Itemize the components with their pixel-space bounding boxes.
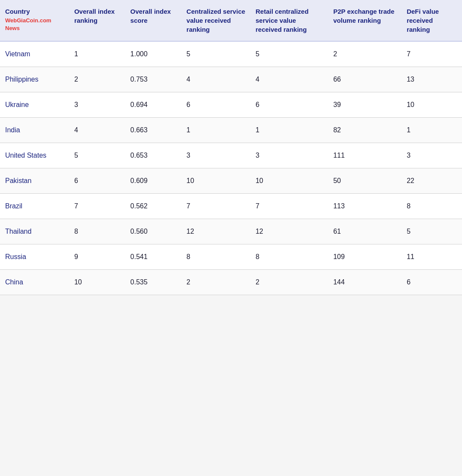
cell-rank: 2 bbox=[69, 67, 125, 92]
header-country-label: Country bbox=[5, 8, 30, 15]
cell-rank: 5 bbox=[69, 143, 125, 168]
cell-country: Vietnam bbox=[0, 41, 69, 67]
header-retail: Retail centralized service value receive… bbox=[250, 0, 328, 41]
cell-rank: 6 bbox=[69, 168, 125, 194]
cell-defi: 5 bbox=[401, 219, 462, 244]
header-country: Country WebGiaCoin.com News bbox=[0, 0, 69, 41]
cell-score: 0.562 bbox=[125, 194, 182, 219]
cell-retail: 10 bbox=[250, 168, 328, 194]
cell-country: Ukraine bbox=[0, 92, 69, 118]
cell-retail: 12 bbox=[250, 219, 328, 244]
header-centralized: Centralized service value received ranki… bbox=[181, 0, 250, 41]
table-row: Pakistan60.60910105022 bbox=[0, 168, 462, 194]
table-row: Thailand80.5601212615 bbox=[0, 219, 462, 244]
cell-country: Russia bbox=[0, 244, 69, 270]
cell-centralized: 6 bbox=[181, 92, 250, 118]
cell-country: Philippines bbox=[0, 67, 69, 92]
header-defi: DeFi value received ranking bbox=[401, 0, 462, 41]
cell-p2p: 61 bbox=[328, 219, 401, 244]
cell-country: Pakistan bbox=[0, 168, 69, 194]
cell-score: 0.560 bbox=[125, 219, 182, 244]
table-container: Country WebGiaCoin.com News Overall inde… bbox=[0, 0, 462, 295]
cell-defi: 11 bbox=[401, 244, 462, 270]
cell-centralized: 4 bbox=[181, 67, 250, 92]
cell-defi: 22 bbox=[401, 168, 462, 194]
cell-retail: 6 bbox=[250, 92, 328, 118]
cell-score: 0.609 bbox=[125, 168, 182, 194]
cell-defi: 1 bbox=[401, 118, 462, 143]
cell-rank: 8 bbox=[69, 219, 125, 244]
cell-rank: 10 bbox=[69, 270, 125, 295]
header-overall-score: Overall index score bbox=[125, 0, 182, 41]
cell-p2p: 109 bbox=[328, 244, 401, 270]
table-row: Russia90.5418810911 bbox=[0, 244, 462, 270]
cell-rank: 1 bbox=[69, 41, 125, 67]
cell-p2p: 144 bbox=[328, 270, 401, 295]
crypto-rankings-table: Country WebGiaCoin.com News Overall inde… bbox=[0, 0, 462, 295]
table-row: Vietnam11.0005527 bbox=[0, 41, 462, 67]
cell-score: 0.753 bbox=[125, 67, 182, 92]
header-overall-rank: Overall index ranking bbox=[69, 0, 125, 41]
cell-centralized: 1 bbox=[181, 118, 250, 143]
watermark-label: WebGiaCoin.com News bbox=[5, 17, 64, 32]
cell-centralized: 10 bbox=[181, 168, 250, 194]
cell-retail: 3 bbox=[250, 143, 328, 168]
table-row: India40.66311821 bbox=[0, 118, 462, 143]
header-p2p: P2P exchange trade volume ranking bbox=[328, 0, 401, 41]
cell-retail: 1 bbox=[250, 118, 328, 143]
cell-p2p: 39 bbox=[328, 92, 401, 118]
cell-retail: 4 bbox=[250, 67, 328, 92]
cell-centralized: 12 bbox=[181, 219, 250, 244]
cell-defi: 10 bbox=[401, 92, 462, 118]
cell-rank: 3 bbox=[69, 92, 125, 118]
cell-rank: 9 bbox=[69, 244, 125, 270]
cell-country: China bbox=[0, 270, 69, 295]
cell-p2p: 50 bbox=[328, 168, 401, 194]
cell-p2p: 111 bbox=[328, 143, 401, 168]
cell-defi: 6 bbox=[401, 270, 462, 295]
table-row: Ukraine30.694663910 bbox=[0, 92, 462, 118]
cell-rank: 7 bbox=[69, 194, 125, 219]
cell-defi: 13 bbox=[401, 67, 462, 92]
table-row: Philippines20.753446613 bbox=[0, 67, 462, 92]
cell-score: 0.663 bbox=[125, 118, 182, 143]
cell-country: Brazil bbox=[0, 194, 69, 219]
cell-country: United States bbox=[0, 143, 69, 168]
table-row: China100.535221446 bbox=[0, 270, 462, 295]
cell-retail: 7 bbox=[250, 194, 328, 219]
cell-score: 0.694 bbox=[125, 92, 182, 118]
cell-centralized: 7 bbox=[181, 194, 250, 219]
cell-defi: 7 bbox=[401, 41, 462, 67]
cell-country: Thailand bbox=[0, 219, 69, 244]
table-header-row: Country WebGiaCoin.com News Overall inde… bbox=[0, 0, 462, 41]
cell-defi: 3 bbox=[401, 143, 462, 168]
cell-centralized: 3 bbox=[181, 143, 250, 168]
cell-country: India bbox=[0, 118, 69, 143]
cell-centralized: 8 bbox=[181, 244, 250, 270]
cell-retail: 5 bbox=[250, 41, 328, 67]
cell-retail: 2 bbox=[250, 270, 328, 295]
table-row: Brazil70.562771138 bbox=[0, 194, 462, 219]
cell-rank: 4 bbox=[69, 118, 125, 143]
table-body: Vietnam11.0005527Philippines20.753446613… bbox=[0, 41, 462, 295]
cell-score: 0.653 bbox=[125, 143, 182, 168]
cell-p2p: 2 bbox=[328, 41, 401, 67]
cell-p2p: 113 bbox=[328, 194, 401, 219]
cell-defi: 8 bbox=[401, 194, 462, 219]
table-row: United States50.653331113 bbox=[0, 143, 462, 168]
cell-score: 1.000 bbox=[125, 41, 182, 67]
cell-centralized: 5 bbox=[181, 41, 250, 67]
cell-p2p: 82 bbox=[328, 118, 401, 143]
cell-score: 0.541 bbox=[125, 244, 182, 270]
cell-p2p: 66 bbox=[328, 67, 401, 92]
cell-centralized: 2 bbox=[181, 270, 250, 295]
cell-score: 0.535 bbox=[125, 270, 182, 295]
cell-retail: 8 bbox=[250, 244, 328, 270]
